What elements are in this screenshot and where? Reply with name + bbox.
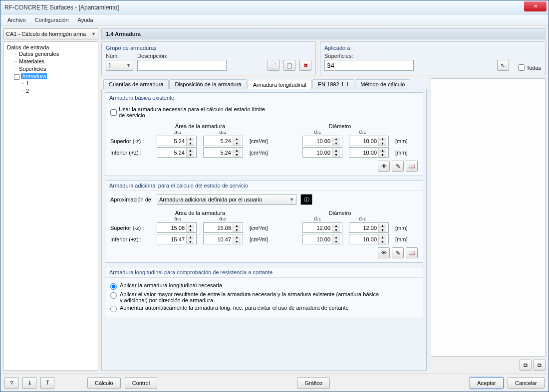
grafico-button[interactable]: Gráfico	[297, 377, 329, 389]
tree-superficies[interactable]: ┈ Superficies	[13, 65, 96, 73]
area-header: Área de la armadura	[175, 123, 225, 129]
radio-r2[interactable]: Aplicar el valor mayor resultante de ent…	[110, 291, 418, 303]
info-button[interactable]: ⓘ	[300, 194, 312, 205]
sg1-checkbox-label: Usar la armadura necesaria para el cálcu…	[119, 106, 269, 118]
todas-checkbox[interactable]: Todas	[518, 64, 541, 71]
delete-button[interactable]: ✖	[299, 60, 311, 71]
tab-strip: Cuantías de armadura Disposición de la a…	[101, 78, 427, 89]
main-body: CA1 - Cálculo de hormigón arma ▼ Datos d…	[0, 25, 549, 374]
copy-button[interactable]: 📋	[283, 60, 295, 71]
group-armaduras-title: Grupo de armaduras	[106, 45, 311, 51]
footer-icon-2[interactable]: ⤒	[40, 377, 54, 389]
sg2-sup-a2[interactable]: ▲▼	[203, 222, 243, 233]
radio-r2-label: Aplicar el valor mayor resultante de ent…	[120, 291, 379, 303]
panel-btn-1[interactable]: ⧉	[520, 360, 532, 371]
sg1-inf-d2[interactable]: ▲▼	[349, 147, 389, 158]
menu-configuracion[interactable]: Configuración	[31, 16, 73, 24]
sg1-row-inf: Inferior (+z) : ▲▼ ▲▼ [cm²/m] ▲▼ ▲▼ [mm]	[110, 147, 418, 158]
desc-input[interactable]	[137, 60, 227, 71]
sg-cortante: Armadura longitudinal para comprobación …	[105, 267, 423, 318]
sg1-row-sup: Superior (-z) : ▲▼ ▲▼ [cm²/m] ▲▼ ▲▼ [mm]	[110, 136, 418, 146]
new-button[interactable]: 📄	[268, 60, 279, 71]
left-column: CA1 - Cálculo de hormigón arma ▼ Datos d…	[3, 28, 98, 371]
close-button[interactable]: ✕	[524, 1, 547, 11]
footer-icon-1[interactable]: ⤓	[22, 377, 36, 389]
tab-en1992[interactable]: EN 1992-1-1	[312, 79, 354, 89]
sg1-sup-a1[interactable]: ▲▼	[157, 136, 197, 146]
library-button[interactable]: 📖	[406, 161, 418, 172]
surfaces-input[interactable]	[324, 60, 414, 71]
tree-armadura-1[interactable]: ┈ 1	[20, 80, 95, 87]
surfaces-label: Superficies:	[324, 53, 493, 59]
sg2-sup-d2[interactable]: ▲▼	[349, 222, 389, 233]
tree-generales[interactable]: ┈ Datos generales	[13, 50, 96, 58]
radio-r2-input[interactable]	[110, 292, 117, 299]
tab-longitudinal[interactable]: Armadura longitudinal	[248, 80, 312, 89]
pick-button[interactable]: ↖	[497, 60, 509, 71]
sg2-inf-d1[interactable]: ▲▼	[302, 234, 342, 244]
view-button[interactable]: 👁	[378, 161, 390, 172]
sg2-inf-a1[interactable]: ▲▼	[157, 234, 197, 244]
radio-r1-input[interactable]	[110, 283, 117, 290]
sg2-sup-d1[interactable]: ▲▼	[302, 222, 342, 233]
edit-button[interactable]: ✎	[392, 247, 404, 258]
num-label: Núm.	[106, 53, 133, 59]
radio-r3-input[interactable]	[110, 306, 117, 312]
app-window: RF-CONCRETE Surfaces - [Aparcamiento] ✕ …	[0, 0, 549, 392]
radio-r3-label: Aumentar automáticamente la armadura lon…	[120, 305, 349, 311]
tab-cuantias[interactable]: Cuantías de armadura	[103, 79, 169, 89]
sg2-inf-d2[interactable]: ▲▼	[349, 234, 389, 244]
library-button[interactable]: 📖	[406, 247, 418, 258]
aceptar-button[interactable]: Aceptar	[470, 377, 504, 389]
ds1-label: dₛ₁	[314, 129, 321, 135]
control-button[interactable]: Control	[125, 377, 157, 389]
ds2-label: dₛ₂	[359, 129, 366, 135]
sg1-inf-d1[interactable]: ▲▼	[302, 147, 342, 158]
sg1-checkbox[interactable]: Usar la armadura necesaria para el cálcu…	[110, 106, 418, 118]
aprox-combo[interactable]: Armadura adicional definida por el usuar…	[157, 194, 296, 205]
case-combo[interactable]: CA1 - Cálculo de hormigón arma ▼	[3, 28, 98, 39]
sg-basica-title: Armadura básica existente	[105, 93, 423, 103]
tab-metodo[interactable]: Método de cálculo	[355, 79, 410, 89]
collapse-icon[interactable]: -	[14, 74, 19, 80]
num-combo[interactable]: 1 ▼	[106, 60, 133, 71]
desc-label: Descripción:	[137, 53, 264, 59]
sg-adicional-title: Armadura adicional para el cálculo del e…	[105, 181, 423, 191]
tabs-column: Cuantías de armadura Disposición de la a…	[101, 78, 427, 371]
edit-button[interactable]: ✎	[392, 161, 404, 172]
sidebar-column: ⧉ ⧉	[431, 78, 546, 371]
radio-r1[interactable]: Aplicar la armadura longitudinal necesar…	[110, 282, 418, 290]
tab-disposicion[interactable]: Disposición de la armadura	[169, 79, 247, 89]
sg1-inf-a1[interactable]: ▲▼	[157, 147, 197, 158]
sg1-sup-a2[interactable]: ▲▼	[203, 136, 243, 146]
cancelar-button[interactable]: Cancelar	[508, 377, 545, 389]
menu-archivo[interactable]: Archivo	[3, 16, 30, 24]
sidebar-btns: ⧉ ⧉	[431, 360, 546, 371]
todas-checkbox-input[interactable]	[518, 64, 525, 71]
view-button[interactable]: 👁	[378, 247, 390, 258]
sg2-sup-a1[interactable]: ▲▼	[157, 222, 197, 233]
menu-ayuda[interactable]: Ayuda	[74, 16, 97, 24]
nav-tree[interactable]: Datos de entrada ┈ Datos generales ┈ Mat…	[3, 41, 98, 371]
sg2-inf-a2[interactable]: ▲▼	[203, 234, 243, 244]
case-combo-value: CA1 - Cálculo de hormigón arma	[6, 31, 86, 37]
radio-r3[interactable]: Aumentar automáticamente la armadura lon…	[110, 305, 418, 312]
sg1-sup-d1[interactable]: ▲▼	[302, 136, 342, 146]
as1-label: aₛ₁	[174, 129, 181, 135]
spin-down-icon[interactable]: ▼	[187, 141, 194, 146]
sg1-checkbox-input[interactable]	[110, 109, 117, 116]
sg1-sup-d2[interactable]: ▲▼	[349, 136, 389, 146]
sg1-inf-a2[interactable]: ▲▼	[203, 147, 243, 158]
tree-root[interactable]: Datos de entrada ┈ Datos generales ┈ Mat…	[6, 44, 97, 96]
sg2-btns: 👁 ✎ 📖	[110, 247, 418, 258]
tree-armadura[interactable]: -Armadura ┈ 1 ┈ 2	[13, 73, 96, 95]
panel-btn-2[interactable]: ⧉	[534, 360, 546, 371]
tree-armadura-2[interactable]: ┈ 2	[20, 87, 95, 95]
calculo-button[interactable]: Cálculo	[87, 377, 121, 389]
tree-materiales[interactable]: ┈ Materiales	[13, 58, 96, 65]
num-value: 1	[108, 62, 111, 68]
menubar: Archivo Configuración Ayuda	[0, 14, 549, 25]
sg2-row-sup: Superior (-z) : ▲▼ ▲▼ [cm²/m] ▲▼ ▲▼ [mm]	[110, 222, 418, 233]
help-button[interactable]: ?	[4, 377, 18, 389]
spin-up-icon[interactable]: ▲	[187, 137, 194, 141]
